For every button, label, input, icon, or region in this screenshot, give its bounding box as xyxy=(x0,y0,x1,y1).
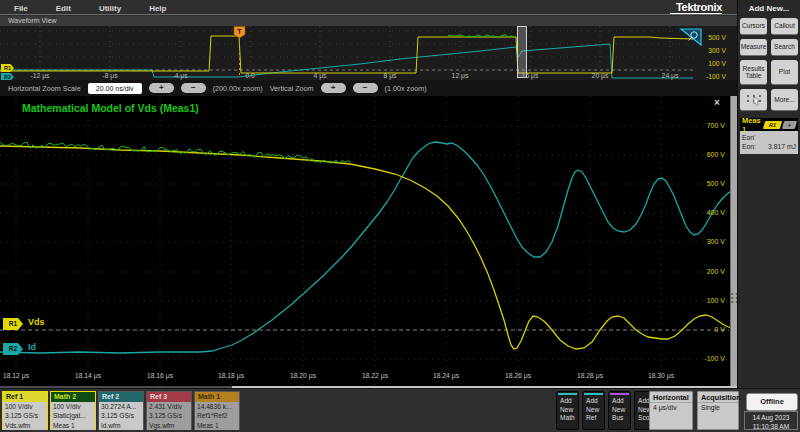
badge-detail-line: Ref1*Ref2 xyxy=(195,411,239,420)
vertical-zoom-plus-button[interactable]: + xyxy=(321,83,346,93)
main-vds-trace xyxy=(0,146,731,349)
date-label: 14 Aug 2023 xyxy=(752,414,789,421)
meas1-results-panel[interactable]: Meas 1 R1 + Eon'Eon:3.817 mJ xyxy=(740,118,798,154)
offline-button[interactable]: Offline xyxy=(746,393,798,411)
badge-detail-line: 2.431 V/div xyxy=(147,402,191,411)
horizontal-panel-title: Horizontal xyxy=(650,392,692,403)
add-new-bus-button[interactable]: AddNewBus xyxy=(608,391,631,430)
tab-waveform-view-label: Waveform View xyxy=(0,16,737,26)
add-button-label: Math xyxy=(557,414,578,423)
titlebar-separator xyxy=(0,14,737,15)
acquisition-mode-value: Single xyxy=(698,403,738,411)
main-x-tick-label: 18.12 μs xyxy=(3,372,29,379)
add-button-label: Add xyxy=(557,397,578,406)
horizontal-zoom-plus-button[interactable]: + xyxy=(149,83,174,93)
tektronix-logo: Tektronix xyxy=(676,1,722,13)
sidebar-button-callout[interactable]: Callout xyxy=(771,18,798,35)
badge-detail-line: 3.125 GS/s xyxy=(147,411,191,420)
sidebar-button-plot[interactable]: Plot xyxy=(771,60,798,85)
add-new-ref-button[interactable]: AddNewRef xyxy=(582,391,605,430)
main-y-tick-label: 700 V xyxy=(707,122,725,129)
main-y-tick-label: 300 V xyxy=(707,238,725,245)
add-button-label: Ref xyxy=(583,414,604,423)
datetime-display: 14 Aug 2023 11:10:38 AM xyxy=(744,411,798,430)
acquisition-panel[interactable]: Acquisition Single xyxy=(697,391,739,430)
add-button-label: New xyxy=(609,406,630,415)
badge-detail-line: 14.4836 k... xyxy=(195,402,239,411)
menu-item-help[interactable]: Help xyxy=(135,4,180,13)
overview-plot[interactable]: T -12 μs-8 μs-4 μs0.04 μs8 μs12 μs16 μs2… xyxy=(0,26,737,80)
svg-text:T: T xyxy=(237,28,242,35)
vertical-zoom-label: Vertical Zoom xyxy=(270,84,314,93)
vds-trace-label: Vds xyxy=(28,317,45,327)
sidebar-button-search[interactable]: Search xyxy=(771,39,798,56)
horizontal-panel[interactable]: Horizontal 4 μs/div xyxy=(649,391,693,430)
badge-title: Ref 3 xyxy=(147,392,191,402)
add-new-math-button[interactable]: AddNewMath xyxy=(556,391,579,430)
close-zoom-view-icon[interactable]: × xyxy=(714,97,720,108)
meas1-result-key: Eon: xyxy=(742,142,756,151)
vertical-zoom-minus-button[interactable]: − xyxy=(353,83,378,93)
meas1-result-row: Eon' xyxy=(742,133,796,142)
ref1-marker-label: R1 xyxy=(9,320,17,327)
overview-x-tick-label: 24 μs xyxy=(662,72,679,79)
badge-detail-line: Vds.wfm xyxy=(3,421,47,430)
sidebar-button-results-table[interactable]: Results Table xyxy=(740,60,767,85)
time-label: 11:10:38 AM xyxy=(753,423,790,430)
acquisition-panel-title: Acquisition xyxy=(698,392,738,403)
add-button-stripe xyxy=(584,393,603,395)
overview-x-tick-label: 16 μs xyxy=(522,72,539,79)
menu-item-utility[interactable]: Utility xyxy=(85,4,135,13)
main-x-tick-label: 18.30 μs xyxy=(648,372,674,379)
bottom-settings-bar: Ref 1100 V/div3.125 GS/sVds.wfmMath 2100… xyxy=(0,388,800,432)
main-x-tick-label: 18.24 μs xyxy=(433,372,459,379)
add-button-label: New xyxy=(583,406,604,415)
sidebar-button-cursors[interactable]: Cursors xyxy=(740,18,767,35)
vertical-zoom-factor: (1.00x zoom) xyxy=(385,84,427,93)
badge-ref3[interactable]: Ref 32.431 V/div3.125 GS/sVgs.wfm xyxy=(146,391,192,430)
add-button-label: Bus xyxy=(609,414,630,423)
badge-body: 100 V/div3.125 GS/sVds.wfm xyxy=(3,402,47,430)
overview-x-tick-label: -12 μs xyxy=(30,72,49,79)
badge-math2[interactable]: Math 2100 V/divStatic|gat...Meas 1 xyxy=(50,391,96,430)
badge-body: 2.431 V/div3.125 GS/sVgs.wfm xyxy=(147,402,191,430)
main-y-tick-label: 200 V xyxy=(707,268,725,275)
overview-x-tick-label: 4 μs xyxy=(314,72,327,79)
main-y-tick-label: 0 V xyxy=(714,326,725,333)
main-id-trace xyxy=(0,142,731,353)
overview-vds-trace xyxy=(0,36,693,73)
badge-title: Ref 2 xyxy=(99,392,143,402)
badge-detail-line: Static|gat... xyxy=(51,411,95,420)
meas1-result-key: Eon' xyxy=(742,133,755,142)
overview-x-tick-label: -4 μs xyxy=(172,72,187,79)
badge-math1[interactable]: Math 114.4836 k...Ref1*Ref2Meas 1 xyxy=(194,391,240,430)
horizontal-zoom-minus-button[interactable]: − xyxy=(181,83,206,93)
sidebar-button-more-[interactable]: More... xyxy=(771,89,798,111)
badge-body: 100 V/divStatic|gat...Meas 1 xyxy=(51,402,95,430)
badge-detail-line: 30.2724 A... xyxy=(99,402,143,411)
badge-ref2[interactable]: Ref 230.2724 A...3.125 GS/sId.wfm xyxy=(98,391,144,430)
horizontal-zoom-scale-value[interactable]: 20.00 ns/div xyxy=(88,83,142,94)
draw-a-box-button[interactable] xyxy=(740,89,767,111)
zoom-scale-bar: Horizontal Zoom Scale 20.00 ns/div + − (… xyxy=(0,80,737,96)
add-button-label: Add xyxy=(609,397,630,406)
zoom-view-plot[interactable]: Mathematical Model of Vds (Meas1) × R1 V… xyxy=(0,96,737,386)
main-x-tick-label: 18.16 μs xyxy=(147,372,173,379)
menu-item-file[interactable]: File xyxy=(0,4,42,13)
badge-detail-line: 100 V/div xyxy=(3,402,47,411)
ref2-marker-label: R2 xyxy=(9,345,17,352)
meas1-expand-button[interactable]: + xyxy=(782,121,797,129)
sidebar-button-measure[interactable]: Measure xyxy=(740,39,767,56)
tekscope-window: FileEditUtilityHelp Tektronix −□× Wavefo… xyxy=(0,0,800,432)
badge-body: 30.2724 A...3.125 GS/sId.wfm xyxy=(99,402,143,430)
meas1-result-row: Eon:3.817 mJ xyxy=(742,142,796,151)
menu-item-edit[interactable]: Edit xyxy=(42,4,85,13)
overview-x-tick-label: 0.0 xyxy=(245,72,254,79)
main-y-tick-label: 600 V xyxy=(707,151,725,158)
main-y-tick-label: 500 V xyxy=(707,180,725,187)
overview-x-tick-label: 12 μs xyxy=(452,72,469,79)
badge-ref1[interactable]: Ref 1100 V/div3.125 GS/sVds.wfm xyxy=(2,391,48,430)
add-button-stripe xyxy=(558,393,577,395)
overview-zoom-magnifier-icon xyxy=(681,29,701,45)
overview-x-tick-label: 8 μs xyxy=(384,72,397,79)
